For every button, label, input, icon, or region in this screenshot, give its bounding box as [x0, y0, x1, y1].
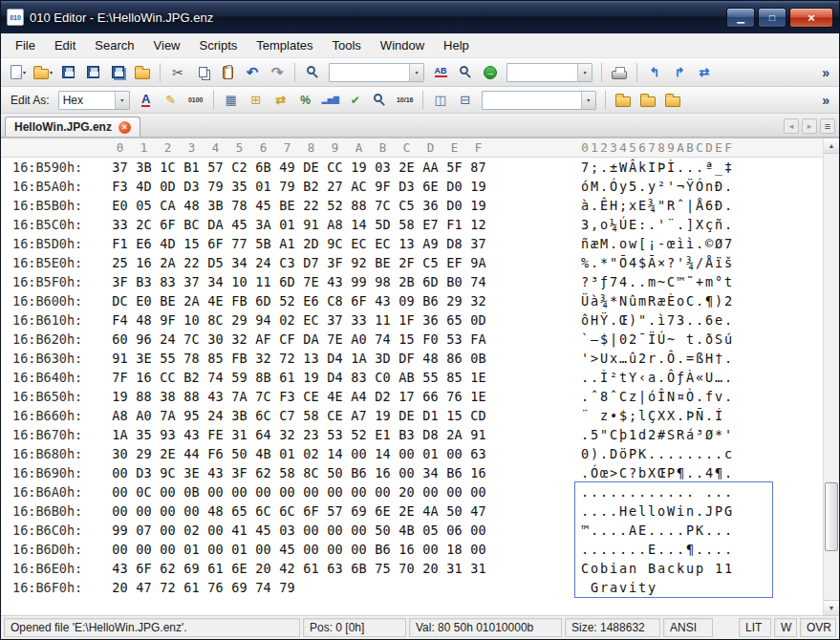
ascii-char[interactable]: Ð	[714, 196, 723, 215]
ascii-char[interactable]: .	[685, 310, 695, 330]
hex-byte[interactable]: 3F	[227, 463, 251, 482]
ascii-char[interactable]: o	[590, 559, 599, 578]
ascii-char[interactable]: .	[666, 482, 676, 501]
split-view-button[interactable]: ◫	[429, 89, 452, 112]
hex-byte[interactable]: 6C	[251, 501, 275, 521]
hex-byte[interactable]: 48	[180, 196, 204, 215]
hex-byte[interactable]: 01	[251, 177, 275, 196]
hex-byte[interactable]: 55	[156, 349, 180, 368]
ascii-char[interactable]: o	[657, 501, 666, 521]
hex-byte[interactable]: 76	[442, 387, 466, 406]
hex-byte[interactable]: 79	[204, 177, 227, 196]
ascii-char[interactable]: E	[637, 196, 647, 215]
hex-byte[interactable]: 98	[371, 272, 395, 291]
hex-row[interactable]: 16:B670h:1A359343FE316432235352E1B3D82A9…	[1, 425, 823, 444]
hex-byte[interactable]: 91	[108, 349, 132, 368]
ascii-char[interactable]: û	[628, 349, 637, 368]
ascii-char[interactable]: |	[685, 196, 695, 215]
ascii-char[interactable]: Ò	[685, 387, 695, 406]
hex-byte[interactable]: 6F	[132, 559, 156, 578]
ascii-char[interactable]: .	[704, 444, 714, 463]
hex-byte[interactable]: 11	[251, 272, 275, 291]
ascii-char[interactable]: 2	[637, 349, 647, 368]
hex-byte[interactable]: B6	[419, 291, 442, 310]
ascii-char[interactable]: $	[637, 253, 647, 272]
hex-byte[interactable]: 88	[347, 196, 371, 215]
hex-byte[interactable]: 6F	[156, 215, 180, 234]
hex-byte[interactable]: 29	[227, 310, 251, 330]
ascii-char[interactable]: 2	[647, 425, 657, 444]
ascii-char[interactable]: z	[628, 387, 637, 406]
ascii-char[interactable]: "	[609, 253, 618, 272]
hex-byte[interactable]: 16	[132, 368, 156, 387]
hex-byte[interactable]: B3	[395, 425, 419, 444]
hex-byte[interactable]: 95	[180, 406, 204, 425]
ascii-char[interactable]: 4	[704, 463, 714, 482]
hex-byte[interactable]: 6F	[299, 501, 323, 521]
ascii-char[interactable]: ì	[676, 234, 685, 253]
hex-byte[interactable]: FB	[227, 291, 251, 310]
ascii-char[interactable]: C	[580, 559, 590, 578]
maximize-button[interactable]: □	[758, 8, 786, 28]
hex-byte[interactable]: DF	[395, 349, 419, 368]
ascii-char[interactable]: t	[685, 330, 695, 349]
ascii-char[interactable]: .	[599, 521, 609, 540]
hex-byte[interactable]: EF	[442, 253, 466, 272]
highlight-button[interactable]: ✎	[160, 89, 183, 112]
hex-byte[interactable]: 30	[204, 330, 227, 349]
hex-byte[interactable]: 00	[132, 501, 156, 521]
hex-byte[interactable]: 00	[442, 482, 466, 501]
close-button[interactable]: ×	[789, 8, 833, 28]
ascii-char[interactable]	[637, 559, 647, 578]
hex-byte[interactable]: B6	[371, 540, 395, 559]
hex-byte[interactable]: 58	[299, 406, 323, 425]
ascii-char[interactable]: .	[723, 215, 733, 234]
save-as-button[interactable]	[81, 61, 104, 84]
hex-row[interactable]: 16:B6F0h:2047726176697479 Gravity	[1, 578, 823, 597]
hex-byte[interactable]: 37	[108, 158, 132, 177]
hex-byte[interactable]: 91	[466, 425, 490, 444]
ascii-char[interactable]: ˜	[685, 272, 695, 291]
hex-byte[interactable]: 19	[347, 158, 371, 177]
ascii-char[interactable]: ×	[657, 253, 666, 272]
hex-byte[interactable]: 9F	[371, 177, 395, 196]
goto-input-dropdown-icon[interactable]: ▾	[577, 64, 592, 81]
goto-input[interactable]: ▾	[506, 63, 592, 82]
ascii-char[interactable]: m	[637, 291, 647, 310]
ascii-char[interactable]: ƒ	[599, 272, 609, 291]
hex-byte[interactable]: 13	[299, 349, 323, 368]
find-next-button[interactable]: AB	[429, 61, 452, 84]
hex-byte[interactable]: 9A	[466, 253, 490, 272]
hex-byte[interactable]: 6B	[347, 559, 371, 578]
hex-byte[interactable]: 15	[180, 234, 204, 253]
new-window-button[interactable]: ⊟	[454, 89, 477, 112]
ascii-char[interactable]: '	[676, 253, 685, 272]
ascii-char[interactable]: n	[628, 559, 637, 578]
ascii-char[interactable]: y	[647, 578, 657, 597]
ascii-char[interactable]: 8	[599, 387, 609, 406]
ascii-char[interactable]: W	[666, 501, 676, 521]
hex-byte[interactable]: CD	[466, 406, 490, 425]
hex-byte[interactable]: 00	[323, 482, 347, 501]
hex-byte[interactable]: 96	[132, 330, 156, 349]
hex-byte[interactable]: 02	[275, 310, 299, 330]
minimize-button[interactable]: ▁	[726, 8, 755, 28]
hex-byte[interactable]: 00	[466, 521, 490, 540]
ascii-char[interactable]: .	[599, 540, 609, 559]
hex-byte[interactable]: 0C	[132, 482, 156, 501]
ascii-char[interactable]: a	[647, 368, 657, 387]
ascii-char[interactable]: ñ	[714, 215, 723, 234]
ascii-char[interactable]: .	[647, 521, 657, 540]
hex-byte[interactable]: 32	[466, 291, 490, 310]
hex-byte[interactable]: 4D	[156, 234, 180, 253]
hex-byte[interactable]: 37	[180, 272, 204, 291]
hex-byte[interactable]: 34	[419, 463, 442, 482]
hex-byte[interactable]: 99	[108, 521, 132, 540]
hex-byte[interactable]: DA	[299, 330, 323, 349]
hex-byte[interactable]: 6F	[204, 234, 227, 253]
ascii-char[interactable]: .	[666, 444, 676, 463]
hex-byte[interactable]: 1A	[347, 349, 371, 368]
hex-byte[interactable]: A1	[275, 234, 299, 253]
menu-item-edit[interactable]: Edit	[46, 35, 84, 55]
ascii-char[interactable]: P	[685, 521, 695, 540]
